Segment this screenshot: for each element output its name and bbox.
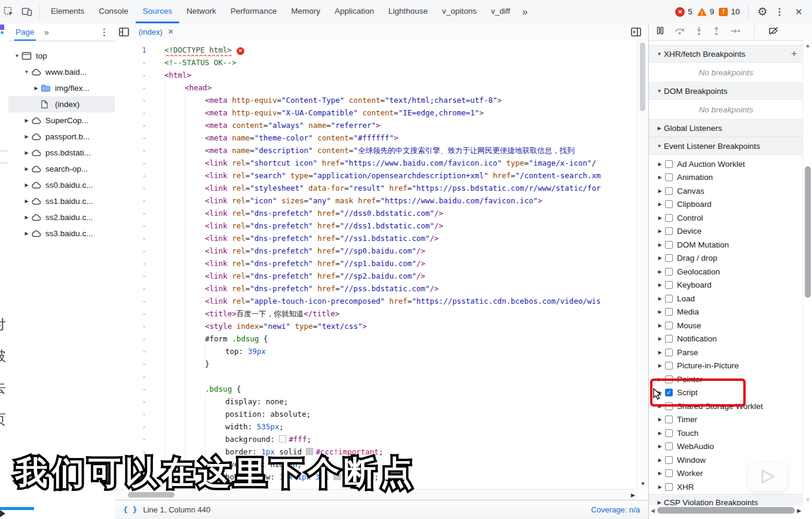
disclosure-right-icon[interactable]: ▶: [23, 199, 30, 204]
tab-elements[interactable]: Elements: [44, 0, 91, 23]
code-line[interactable]: -: [115, 370, 638, 383]
event-category-canvas[interactable]: ▶Canvas: [649, 184, 803, 198]
disclosure-right-icon[interactable]: ▶: [23, 215, 30, 220]
disclosure-right-icon[interactable]: ▶: [656, 309, 664, 315]
code-line[interactable]: -position: absolute;: [115, 408, 638, 420]
checkbox-load[interactable]: [665, 295, 673, 303]
line-number[interactable]: -: [115, 383, 155, 395]
line-number[interactable]: -: [115, 332, 155, 345]
checkbox-mouse[interactable]: [665, 322, 673, 329]
line-number[interactable]: -: [115, 56, 155, 69]
tab-console[interactable]: Console: [91, 0, 136, 23]
code-line[interactable]: -<link rel="icon" sizes="any" mask href=…: [115, 194, 638, 207]
disclosure-right-icon[interactable]: ▶: [23, 231, 30, 236]
line-number[interactable]: -: [115, 106, 155, 119]
line-number[interactable]: 1: [115, 44, 155, 56]
line-number[interactable]: -: [115, 282, 155, 295]
code-line[interactable]: -<link rel="dns-prefetch" href="//dss0.b…: [115, 207, 638, 219]
event-category-mouse[interactable]: ▶Mouse: [649, 319, 803, 332]
code-line[interactable]: -<link rel="shortcut icon" href="https:/…: [115, 157, 638, 169]
line-number[interactable]: -: [115, 370, 155, 383]
line-number[interactable]: -: [115, 395, 155, 408]
code-line[interactable]: -<html>: [115, 69, 638, 81]
tree-item-www-baid[interactable]: ▼www.baid...: [8, 64, 115, 80]
code-line[interactable]: -<link rel="search" type="application/op…: [115, 169, 638, 182]
event-category-device[interactable]: ▶Device: [649, 225, 803, 239]
checkbox-device[interactable]: [665, 227, 673, 235]
disclosure-right-icon[interactable]: ▶: [656, 484, 664, 490]
event-category-drag-drop[interactable]: ▶Drag / drop: [649, 252, 803, 265]
code-line[interactable]: -<link rel="apple-touch-icon-precomposed…: [115, 295, 638, 307]
toggle-debugger-sidebar-icon[interactable]: [631, 28, 641, 36]
checkbox-parse[interactable]: [665, 349, 673, 356]
event-category-timer[interactable]: ▶Timer: [649, 413, 803, 427]
close-devtools-icon[interactable]: ✕: [791, 7, 806, 17]
more-tabs-icon[interactable]: »: [517, 1, 532, 23]
event-category-keyboard[interactable]: ▶Keyboard: [649, 279, 803, 292]
checkbox-dom-mutation[interactable]: [665, 241, 673, 249]
disclosure-right-icon[interactable]: ▶: [23, 182, 30, 188]
code-line[interactable]: -background: #fff;: [115, 433, 638, 445]
event-category-geolocation[interactable]: ▶Geolocation: [649, 265, 803, 279]
code-line[interactable]: -width: 535px;: [115, 420, 638, 433]
section-header-event-listener-breakpoints[interactable]: ▼Event Listener Breakpoints: [649, 137, 803, 155]
line-number[interactable]: -: [115, 320, 155, 332]
event-category-clipboard[interactable]: ▶Clipboard: [649, 198, 803, 212]
editor-tab-index[interactable]: (index) ✕: [133, 28, 180, 36]
event-category-load[interactable]: ▶Load: [649, 292, 803, 306]
checkbox-timer[interactable]: [665, 416, 673, 423]
deactivate-breakpoints-icon[interactable]: [768, 26, 779, 38]
checkbox-drag-drop[interactable]: [665, 254, 673, 262]
line-number[interactable]: -: [115, 207, 155, 219]
scrollbar-thumb[interactable]: [657, 507, 795, 514]
step-into-icon[interactable]: [695, 26, 703, 38]
disclosure-right-icon[interactable]: ▶: [656, 269, 664, 274]
disclosure-right-icon[interactable]: ▶: [656, 202, 664, 207]
tab-v-diff[interactable]: v_diff: [484, 0, 517, 23]
add-breakpoint-icon[interactable]: +: [791, 48, 797, 60]
line-number[interactable]: -: [115, 232, 155, 245]
disclosure-right-icon[interactable]: ▶: [655, 500, 664, 505]
color-swatch[interactable]: [279, 435, 286, 442]
disclosure-right-icon[interactable]: ▶: [656, 161, 664, 167]
tab-network[interactable]: Network: [179, 0, 223, 23]
tab-v-opitons[interactable]: v_opitons: [435, 0, 484, 23]
code-line[interactable]: -<head>: [115, 81, 638, 94]
tree-item-ss3-baidu-c[interactable]: ▶ss3.baidu.c...: [8, 225, 115, 242]
scroll-left-icon[interactable]: ◀: [651, 508, 655, 514]
checkbox-ad-auction-worklet[interactable]: [665, 160, 673, 168]
disclosure-right-icon[interactable]: ▶: [656, 417, 664, 422]
line-number[interactable]: -: [115, 295, 155, 307]
code-editor[interactable]: 1<!DOCTYPE html>✕-<!--STATUS OK-->-<html…: [115, 40, 638, 490]
checkbox-media[interactable]: [665, 308, 673, 316]
disclosure-right-icon[interactable]: ▶: [32, 86, 40, 91]
checkbox-clipboard[interactable]: [665, 200, 673, 208]
disclosure-down-icon[interactable]: ▼: [13, 53, 21, 59]
step-over-icon[interactable]: [675, 26, 685, 37]
disclosure-right-icon[interactable]: ▶: [656, 255, 664, 261]
step-icon[interactable]: [730, 26, 740, 37]
issues-badge[interactable]: ! 10: [719, 7, 740, 16]
code-line[interactable]: -<title>百度一下，你就知道</title>: [115, 307, 638, 320]
tab-application[interactable]: Application: [327, 0, 381, 23]
disclosure-right-icon[interactable]: ▶: [656, 323, 664, 328]
coverage-link[interactable]: Coverage: n/a: [591, 505, 640, 514]
code-line[interactable]: 1<!DOCTYPE html>✕: [115, 44, 638, 56]
code-line[interactable]: -<link rel="dns-prefetch" href="//ss1.bd…: [115, 232, 638, 245]
disclosure-right-icon[interactable]: ▶: [23, 118, 30, 123]
line-number[interactable]: -: [115, 94, 155, 106]
checkbox-canvas[interactable]: [665, 187, 673, 195]
disclosure-right-icon[interactable]: ▶: [656, 282, 664, 288]
code-line[interactable]: -<!--STATUS OK-->: [115, 56, 638, 69]
line-number[interactable]: -: [115, 345, 155, 358]
step-out-icon[interactable]: [713, 26, 720, 38]
line-number[interactable]: -: [115, 69, 155, 81]
parse-error-icon[interactable]: ✕: [237, 47, 244, 55]
scroll-right-icon[interactable]: ▶: [631, 492, 635, 498]
checkbox-worker[interactable]: [665, 469, 673, 477]
line-number[interactable]: -: [115, 358, 155, 370]
disclosure-right-icon[interactable]: ▶: [656, 242, 664, 248]
disclosure-down-icon[interactable]: ▼: [655, 51, 664, 57]
editor-vertical-scrollbar[interactable]: ▼: [637, 40, 648, 490]
settings-gear-icon[interactable]: ⚙: [757, 5, 767, 19]
